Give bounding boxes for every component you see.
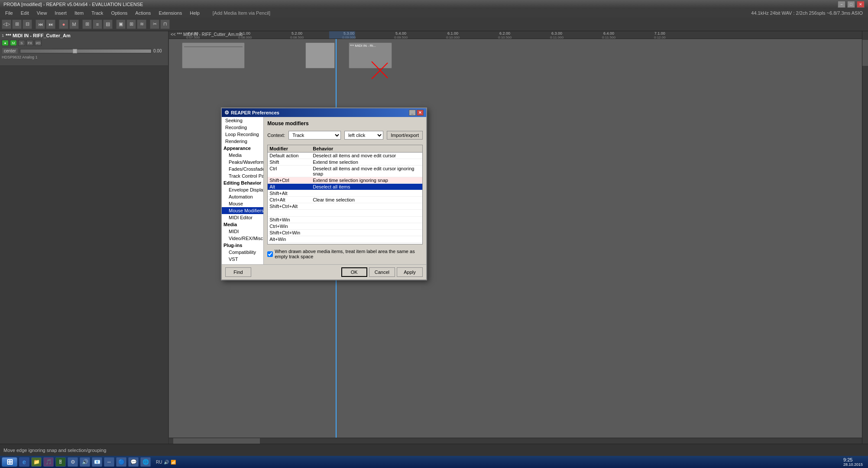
mod-row-shiftctrl[interactable]: Shift+Ctrl Extend time selection ignorin… <box>268 177 422 184</box>
track-io-btn[interactable]: I/O <box>35 40 42 46</box>
taskbar-9[interactable]: 🔵 <box>116 457 126 467</box>
scrollbar-right[interactable] <box>862 31 868 444</box>
tb-btn-5[interactable]: ⏭ <box>46 20 55 29</box>
tb-btn-4[interactable]: ⏮ <box>36 20 45 29</box>
find-button[interactable]: Find <box>225 267 251 277</box>
mod-row-shiftwin[interactable]: Shift+Win <box>268 217 422 223</box>
nav-fades[interactable]: Fades/Crossfades <box>222 166 263 172</box>
prefs-close-btn[interactable]: ✕ <box>417 110 424 116</box>
click-type-select[interactable]: left click right click double click drag <box>344 131 383 140</box>
taskbar-7[interactable]: 📧 <box>92 457 102 467</box>
track-mute-btn[interactable]: M <box>10 40 17 46</box>
taskbar-5[interactable]: ⚙ <box>68 457 78 467</box>
nav-peaks[interactable]: Peaks/Waveforms <box>222 159 263 166</box>
midi-block-1[interactable] <box>182 42 245 68</box>
start-button[interactable]: ⊞ <box>2 457 17 467</box>
nav-envelope[interactable]: Envelope Display <box>222 186 263 193</box>
track-volume-fader[interactable] <box>20 49 152 53</box>
nav-recording[interactable]: Recording <box>222 124 263 131</box>
mod-row-alt[interactable]: Alt Deselect all items <box>268 184 422 190</box>
nav-media-group[interactable]: Media <box>222 221 263 228</box>
prefs-minimize-btn[interactable]: _ <box>409 110 416 116</box>
close-button[interactable]: ✕ <box>857 1 865 8</box>
task-clock-area[interactable]: 9:25 28.10.2015 <box>843 457 866 467</box>
context-select[interactable]: Track Item Empty track space <box>288 131 341 140</box>
nav-midi-editor[interactable]: MIDI Editor <box>222 214 263 221</box>
taskbar-6[interactable]: 🔊 <box>80 457 90 467</box>
nav-rewire[interactable]: ReWire/DX <box>222 263 263 264</box>
track-fx-btn[interactable]: FX <box>26 40 33 46</box>
mod-row-shiftaltwin[interactable]: Shift+Alt+Win <box>268 243 422 244</box>
menu-options[interactable]: Options <box>107 10 131 16</box>
tb-btn-arm[interactable]: ● <box>59 20 68 29</box>
cancel-button[interactable]: Cancel <box>369 267 395 277</box>
taskbar-media[interactable]: 🎵 <box>43 457 54 467</box>
track-record-btn[interactable]: ● <box>2 40 9 46</box>
apply-button[interactable]: Apply <box>397 267 423 277</box>
menu-actions[interactable]: Actions <box>132 10 154 16</box>
tb-btn-7[interactable]: ⊞ <box>82 20 92 29</box>
menu-help[interactable]: Help <box>186 10 203 16</box>
mod-row-altwin[interactable]: Alt+Win <box>268 236 422 243</box>
taskbar-10[interactable]: 💬 <box>128 457 139 467</box>
fader-knob[interactable] <box>73 49 77 53</box>
nav-mouse[interactable]: Mouse <box>222 200 263 207</box>
mod-row-shiftctrlalt[interactable]: Shift+Ctrl+Alt <box>268 203 422 210</box>
taskbar-ie[interactable]: e <box>19 457 29 467</box>
tb-btn-3[interactable]: ⊟ <box>23 20 32 29</box>
menu-insert[interactable]: Insert <box>51 10 70 16</box>
menu-view[interactable]: View <box>33 10 51 16</box>
tb-btn-8[interactable]: ≡ <box>93 20 102 29</box>
tb-btn-13[interactable]: ✂ <box>150 20 159 29</box>
taskbar-explorer[interactable]: 📁 <box>31 457 42 467</box>
nav-vst[interactable]: VST <box>222 256 263 263</box>
nav-media[interactable]: Media <box>222 152 263 159</box>
nav-midi[interactable]: MIDI <box>222 228 263 235</box>
import-export-btn[interactable]: Import/export <box>387 131 423 140</box>
nav-seeking[interactable]: Seeking <box>222 117 263 124</box>
scroll-thumb-h[interactable] <box>173 438 260 444</box>
ok-button[interactable]: OK <box>341 267 367 277</box>
nav-loop-recording[interactable]: Loop Recording <box>222 131 263 138</box>
tb-btn-10[interactable]: ▣ <box>116 20 126 29</box>
nav-plugins[interactable]: Plug-ins <box>222 242 263 249</box>
taskbar-reaper[interactable]: 🎚 <box>55 457 66 467</box>
scroll-thumb-v[interactable] <box>862 40 868 66</box>
tb-btn-1[interactable]: ◁▷ <box>2 20 11 29</box>
mod-row-shiftctrlwin[interactable]: Shift+Ctrl+Win <box>268 230 422 236</box>
nav-editing[interactable]: Editing Behavior <box>222 179 263 186</box>
maximize-button[interactable]: □ <box>847 1 855 8</box>
midi-block-3[interactable]: *** MIDI IN - Ri... <box>349 42 392 68</box>
tb-btn-2[interactable]: ⊞ <box>12 20 22 29</box>
midi-block-2[interactable] <box>305 42 335 68</box>
tb-btn-6[interactable]: M <box>69 20 79 29</box>
nav-appearance[interactable]: Appearance <box>222 145 263 152</box>
mod-row-ctrl[interactable]: Ctrl Deselect all items and move edit cu… <box>268 166 422 177</box>
menu-track[interactable]: Track <box>88 10 107 16</box>
menu-edit[interactable]: Edit <box>17 10 32 16</box>
taskbar-11[interactable]: 🌐 <box>140 457 151 467</box>
mod-row-shiftalt[interactable]: Shift+Alt <box>268 190 422 197</box>
scrollbar-bottom[interactable] <box>169 438 862 444</box>
track-solo-btn[interactable]: S <box>18 40 25 46</box>
tb-btn-12[interactable]: ≋ <box>137 20 146 29</box>
menu-file[interactable]: File <box>2 10 16 16</box>
minimize-button[interactable]: − <box>838 1 845 8</box>
mod-row-ctrlalt[interactable]: Ctrl+Alt Clear time selection <box>268 197 422 203</box>
item-label-checkbox[interactable] <box>267 251 273 257</box>
nav-compat[interactable]: Compatibility <box>222 249 263 256</box>
nav-automation[interactable]: Automation <box>222 193 263 200</box>
nav-tcp[interactable]: Track Control Panels <box>222 172 263 179</box>
nav-mouse-modifiers[interactable]: Mouse Modifiers <box>222 207 263 214</box>
tb-btn-9[interactable]: ▤ <box>103 20 113 29</box>
taskbar-8[interactable]: ↔ <box>104 457 114 467</box>
nav-rendering[interactable]: Rendering <box>222 138 263 145</box>
tb-btn-14[interactable]: ⊓ <box>160 20 170 29</box>
mod-row-shift[interactable]: Shift Extend time selection <box>268 159 422 166</box>
mod-row-ctrlwin[interactable]: Ctrl+Win <box>268 223 422 230</box>
menu-item[interactable]: Item <box>71 10 87 16</box>
tb-btn-11[interactable]: ⊞ <box>126 20 136 29</box>
nav-video[interactable]: Video/REX/Misc <box>222 235 263 242</box>
menu-extensions[interactable]: Extensions <box>155 10 185 16</box>
mod-row-default[interactable]: Default action Deselect all items and mo… <box>268 153 422 159</box>
